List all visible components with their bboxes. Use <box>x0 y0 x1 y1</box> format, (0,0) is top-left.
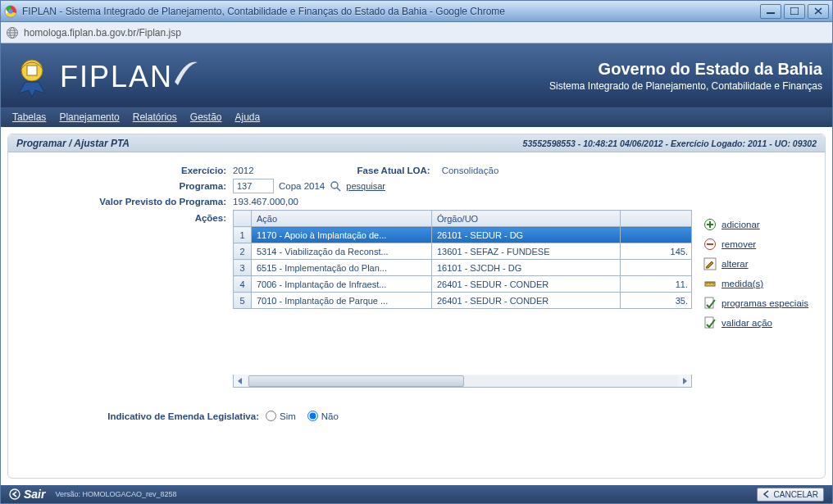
grid-corner <box>234 211 252 227</box>
svg-point-15 <box>10 489 20 499</box>
cell-orgao: 26101 - SEDUR - DG <box>432 227 621 243</box>
cell-orgao: 26401 - SEDUR - CONDER <box>432 276 621 293</box>
measure-icon <box>703 277 717 290</box>
table-row[interactable]: 1 1170 - Apoio à Implantação de... 26101… <box>234 227 692 243</box>
window-titlebar: FIPLAN - Sistema Integrado de Planejamen… <box>1 1 832 22</box>
table-row[interactable]: 2 5314 - Viabilização da Reconst... 1360… <box>234 243 692 260</box>
menu-relatorios[interactable]: Relatórios <box>133 111 177 123</box>
label-emenda: Indicativo de Emenda Legislativa: <box>20 411 266 421</box>
action-remover[interactable]: remover <box>703 238 808 251</box>
cancelar-button[interactable]: CANCELAR <box>757 488 824 502</box>
panel-title: Programar / Ajustar PTA <box>16 138 130 149</box>
value-exercicio: 2012 <box>233 166 254 175</box>
version-label: Versão: HOMOLOGACAO_rev_8258 <box>55 490 176 498</box>
search-icon[interactable] <box>330 180 341 192</box>
main-menubar: Tabelas Planejamento Relatórios Gestão A… <box>1 107 832 127</box>
label-fase-atual: Fase Atual LOA: <box>357 166 430 175</box>
row-num: 3 <box>234 260 252 276</box>
panel-status: 53552598553 - 10:48:21 04/06/2012 - Exer… <box>523 138 817 148</box>
globe-icon <box>6 26 19 39</box>
window-close-button[interactable] <box>808 4 829 19</box>
menu-ajuda[interactable]: Ajuda <box>235 111 261 123</box>
validate-icon <box>703 316 717 329</box>
cell-acao: 5314 - Viabilização da Reconst... <box>252 243 432 260</box>
action-medidas[interactable]: medida(s) <box>703 277 808 290</box>
menu-tabelas[interactable]: Tabelas <box>12 111 46 123</box>
row-num: 5 <box>234 293 252 309</box>
label-exercicio: Exercício: <box>20 166 233 175</box>
row-num: 2 <box>234 243 252 260</box>
app-footer: Sair Versão: HOMOLOGACAO_rev_8258 CANCEL… <box>1 485 832 503</box>
fiplan-logo: FIPLAN <box>60 57 199 94</box>
svg-rect-7 <box>27 66 37 75</box>
cell-val <box>621 260 692 276</box>
grid-header-extra <box>621 211 692 227</box>
row-num: 4 <box>234 276 252 293</box>
app-header: FIPLAN Governo do Estado da Bahia Sistem… <box>1 43 832 107</box>
minus-icon <box>703 238 717 251</box>
pesquisar-link[interactable]: pesquisar <box>346 181 385 191</box>
label-acoes: Ações: <box>20 210 233 223</box>
check-doc-icon <box>703 297 717 310</box>
table-row[interactable]: 4 7006 - Implantação de Infraest... 2640… <box>234 276 692 293</box>
state-seal-icon <box>11 54 53 97</box>
cell-val <box>621 227 692 243</box>
cell-val: 145. <box>621 243 692 260</box>
grid-hscrollbar[interactable] <box>233 375 692 388</box>
action-validar-acao[interactable]: validar ação <box>703 316 808 329</box>
cell-val: 35. <box>621 293 692 309</box>
grid-header-orgao[interactable]: Órgão/UO <box>432 211 621 227</box>
scroll-thumb[interactable] <box>248 375 464 387</box>
action-alterar[interactable]: alterar <box>703 257 808 270</box>
svg-point-8 <box>331 182 338 188</box>
programa-code-input[interactable] <box>233 179 274 193</box>
cell-orgao: 26401 - SEDUR - CONDER <box>432 293 621 309</box>
table-row[interactable]: 3 6515 - Implementação do Plan... 16101 … <box>234 260 692 276</box>
cell-orgao: 16101 - SJCDH - DG <box>432 260 621 276</box>
cell-orgao: 13601 - SEFAZ - FUNDESE <box>432 243 621 260</box>
row-num: 1 <box>234 227 252 243</box>
cell-acao: 7006 - Implantação de Infraest... <box>252 276 432 293</box>
scroll-left-icon[interactable] <box>234 375 247 387</box>
table-row[interactable]: 5 7010 - Implantação de Parque ... 26401… <box>234 293 692 309</box>
radio-sim[interactable]: Sim <box>266 411 296 421</box>
arrow-left-icon <box>9 488 20 500</box>
chrome-favicon <box>4 5 17 18</box>
label-valor-previsto: Valor Previsto do Programa: <box>20 197 233 207</box>
address-bar: homologa.fiplan.ba.gov.br/Fiplan.jsp <box>1 22 832 43</box>
cell-acao: 1170 - Apoio à Implantação de... <box>252 227 432 243</box>
svg-rect-3 <box>790 7 799 15</box>
window-minimize-button[interactable] <box>760 4 781 19</box>
window-maximize-button[interactable] <box>784 4 805 19</box>
plus-icon <box>703 218 717 231</box>
main-panel: Programar / Ajustar PTA 53552598553 - 10… <box>7 134 826 479</box>
edit-icon <box>703 257 717 270</box>
cell-acao: 7010 - Implantação de Parque ... <box>252 293 432 309</box>
svg-rect-2 <box>767 12 775 14</box>
grid-header-acao[interactable]: Ação <box>252 211 432 227</box>
gov-title: Governo do Estado da Bahia <box>549 60 822 79</box>
value-fase-atual: Consolidação <box>442 166 499 175</box>
sair-button[interactable]: Sair <box>9 488 45 501</box>
cell-acao: 6515 - Implementação do Plan... <box>252 260 432 276</box>
cell-val: 11. <box>621 276 692 293</box>
label-programa: Programa: <box>20 181 233 191</box>
window-title: FIPLAN - Sistema Integrado de Planejamen… <box>22 6 760 17</box>
action-programas-especiais[interactable]: programas especiais <box>703 297 808 310</box>
address-url[interactable]: homologa.fiplan.ba.gov.br/Fiplan.jsp <box>24 27 827 39</box>
arrow-left-small-icon <box>762 490 771 498</box>
action-adicionar[interactable]: adicionar <box>703 218 808 231</box>
acoes-grid[interactable]: Ação Órgão/UO 1 1170 - Apoio à Implantaç… <box>233 210 692 309</box>
gov-subtitle: Sistema Integrado de Planejamento, Conta… <box>549 80 822 92</box>
value-valor-previsto: 193.467.000,00 <box>233 197 298 207</box>
radio-nao[interactable]: Não <box>307 411 339 421</box>
menu-planejamento[interactable]: Planejamento <box>59 111 119 123</box>
programa-name: Copa 2014 <box>279 181 325 191</box>
scroll-right-icon[interactable] <box>678 375 691 387</box>
menu-gestao[interactable]: Gestão <box>190 111 222 123</box>
